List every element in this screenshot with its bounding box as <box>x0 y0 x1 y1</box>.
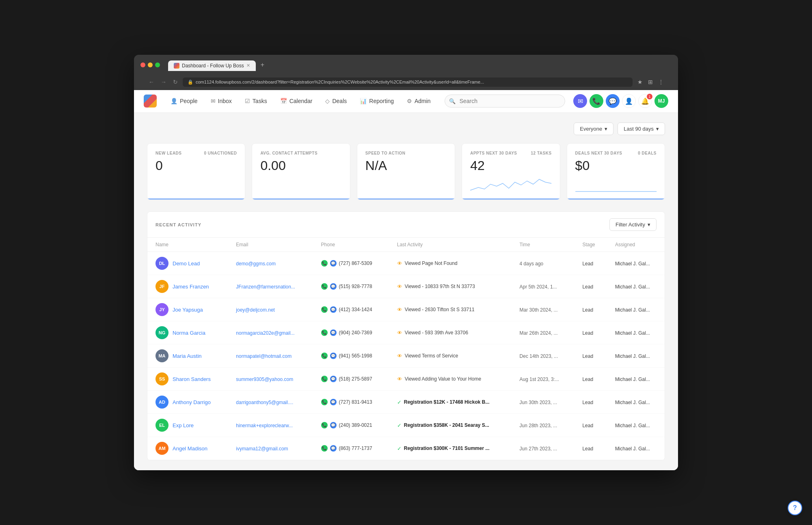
extensions-icon[interactable]: ⊞ <box>646 78 654 86</box>
activity-check-icon: ✓ <box>397 445 402 452</box>
table-row[interactable]: MA Maria Austin normapatel@hotmail.com 📞… <box>147 344 665 368</box>
phone-sms-icon[interactable]: 💬 <box>330 283 337 290</box>
phone-sms-icon[interactable]: 💬 <box>330 306 337 313</box>
user-avatar-button[interactable]: MJ <box>654 94 668 108</box>
phone-sms-icon[interactable]: 💬 <box>330 422 337 428</box>
nav-item-people[interactable]: 👤 People <box>165 95 203 108</box>
person-name[interactable]: Angel Madison <box>173 445 207 452</box>
table-row[interactable]: AD Anthony Darrigo darrigoanthony5@gmail… <box>147 391 665 414</box>
stat-value-appts: 42 <box>470 159 551 173</box>
cell-email: JFranzen@farmersnation... <box>228 275 313 298</box>
phone-sms-icon[interactable]: 💬 <box>330 329 337 336</box>
phone-call-icon[interactable]: 📞 <box>321 422 328 428</box>
phone-sms-icon[interactable]: 💬 <box>330 376 337 382</box>
nav-item-deals[interactable]: ◇ Deals <box>320 95 352 108</box>
nav-item-reporting[interactable]: 📊 Reporting <box>354 95 400 108</box>
person-name[interactable]: Exp Lore <box>173 422 194 428</box>
cell-time: Mar 30th 2024, ... <box>512 298 574 321</box>
filter-activity-button[interactable]: Filter Activity ▾ <box>609 218 657 231</box>
table-row[interactable]: AM Angel Madison ivymama12@gmail.com 📞 💬… <box>147 437 665 460</box>
phone-sms-icon[interactable]: 💬 <box>330 445 337 452</box>
email-link[interactable]: normagarcia202e@gmail... <box>236 330 294 336</box>
person-name[interactable]: James Franzen <box>173 284 209 290</box>
phone-number: (412) 334-1424 <box>339 307 372 312</box>
browser-tabs: Dashboard - Follow Up Boss ✕ + <box>168 59 268 71</box>
phone-button[interactable]: 📞 <box>590 94 603 108</box>
person-name[interactable]: Anthony Darrigo <box>173 399 211 405</box>
active-tab[interactable]: Dashboard - Follow Up Boss ✕ <box>168 60 256 71</box>
maximize-window-button[interactable] <box>155 62 160 67</box>
stage-badge: Lead <box>582 423 593 428</box>
phone-call-icon[interactable]: 📞 <box>321 399 328 405</box>
person-name[interactable]: Norma Garcia <box>173 330 205 336</box>
table-row[interactable]: EL Exp Lore hinermak+exploreclearw... 📞 … <box>147 414 665 437</box>
email-link[interactable]: demo@ggms.com <box>236 261 276 267</box>
phone-call-icon[interactable]: 📞 <box>321 283 328 290</box>
col-header-stage: Stage <box>574 238 607 252</box>
activity-table: Name Email Phone Last Activity Time Stag… <box>147 238 665 460</box>
person-name[interactable]: Joe Yapsuga <box>173 307 203 313</box>
timeframe-filter-dropdown[interactable]: Last 90 days ▾ <box>618 123 665 135</box>
phone-number: (515) 928-7778 <box>339 284 372 289</box>
avatar: SS <box>155 372 168 385</box>
table-row[interactable]: JY Joe Yapsuga joey@deljcom.net 📞 💬 (412… <box>147 298 665 321</box>
stage-badge: Lead <box>582 307 593 313</box>
stat-card-deals: DEALS NEXT 30 DAYS 0 deals $0 <box>567 143 665 200</box>
email-link[interactable]: ivymama12@gmail.com <box>236 446 288 452</box>
phone-sms-icon[interactable]: 💬 <box>330 353 337 359</box>
nav-item-calendar[interactable]: 📅 Calendar <box>274 95 318 108</box>
phone-sms-icon[interactable]: 💬 <box>330 260 337 267</box>
nav-item-tasks[interactable]: ☑ Tasks <box>239 95 273 108</box>
email-link[interactable]: darrigoanthony5@gmail.... <box>236 400 293 405</box>
phone-call-icon[interactable]: 📞 <box>321 329 328 336</box>
everyone-filter-dropdown[interactable]: Everyone ▾ <box>574 123 613 135</box>
tab-close-button[interactable]: ✕ <box>246 63 250 68</box>
phone-call-icon[interactable]: 📞 <box>321 445 328 452</box>
new-tab-button[interactable]: + <box>257 59 268 71</box>
email-compose-button[interactable]: ✉ <box>573 94 587 108</box>
cell-phone: 📞 💬 (515) 928-7778 <box>313 275 389 298</box>
email-link[interactable]: hinermak+exploreclearw... <box>236 423 293 428</box>
nav-label-calendar: Calendar <box>289 98 313 104</box>
logo-icon <box>144 95 157 108</box>
phone-sms-icon[interactable]: 💬 <box>330 399 337 405</box>
dashboard-main: Everyone ▾ Last 90 days ▾ NEW LEADS 0 un… <box>134 113 678 470</box>
phone-call-icon[interactable]: 📞 <box>321 306 328 313</box>
back-button[interactable]: ← <box>147 78 156 86</box>
activity-header: RECENT ACTIVITY Filter Activity ▾ <box>147 212 665 238</box>
email-link[interactable]: JFranzen@farmersnation... <box>236 284 295 290</box>
close-window-button[interactable] <box>140 62 145 67</box>
stage-badge: Lead <box>582 284 593 290</box>
nav-logo[interactable] <box>144 95 157 108</box>
person-name[interactable]: Sharon Sanders <box>173 376 211 382</box>
phone-call-icon[interactable]: 📞 <box>321 353 328 359</box>
table-row[interactable]: SS Sharon Sanders summer9305@yahoo.com 📞… <box>147 368 665 391</box>
nav-item-admin[interactable]: ⚙ Admin <box>401 95 436 108</box>
minimize-window-button[interactable] <box>148 62 153 67</box>
table-row[interactable]: JF James Franzen JFranzen@farmersnation.… <box>147 275 665 298</box>
email-link[interactable]: joey@deljcom.net <box>236 307 275 313</box>
activity-text: Viewed Terms of Service <box>405 353 458 359</box>
search-input[interactable] <box>445 95 565 108</box>
email-link[interactable]: normapatel@hotmail.com <box>236 353 292 359</box>
forward-button[interactable]: → <box>159 78 168 86</box>
table-row[interactable]: NG Norma Garcia normagarcia202e@gmail...… <box>147 321 665 344</box>
avatar: MA <box>155 349 168 362</box>
menu-icon[interactable]: ⋮ <box>657 78 665 86</box>
phone-call-icon[interactable]: 📞 <box>321 260 328 267</box>
person-name[interactable]: Maria Austin <box>173 353 202 359</box>
address-bar[interactable]: 🔒 com1124.followupboss.com/2/dashboard?f… <box>183 77 633 87</box>
bookmark-icon[interactable]: ★ <box>636 78 644 86</box>
chat-button[interactable]: 💬 <box>606 94 620 108</box>
cell-email: normagarcia202e@gmail... <box>228 321 313 344</box>
notification-badge: 1 <box>647 94 652 99</box>
refresh-button[interactable]: ↻ <box>171 78 179 86</box>
notifications-button[interactable]: 🔔 1 <box>638 94 652 108</box>
email-link[interactable]: summer9305@yahoo.com <box>236 377 293 382</box>
table-row[interactable]: DL Demo Lead demo@ggms.com 📞 💬 (727) 867… <box>147 252 665 275</box>
add-person-button[interactable]: 👤 <box>622 94 636 108</box>
phone-call-icon[interactable]: 📞 <box>321 376 328 382</box>
nav-item-inbox[interactable]: ✉ Inbox <box>205 95 238 108</box>
person-name[interactable]: Demo Lead <box>173 260 200 267</box>
cell-last-activity: 👁 Viewed Page Not Found <box>389 252 512 275</box>
